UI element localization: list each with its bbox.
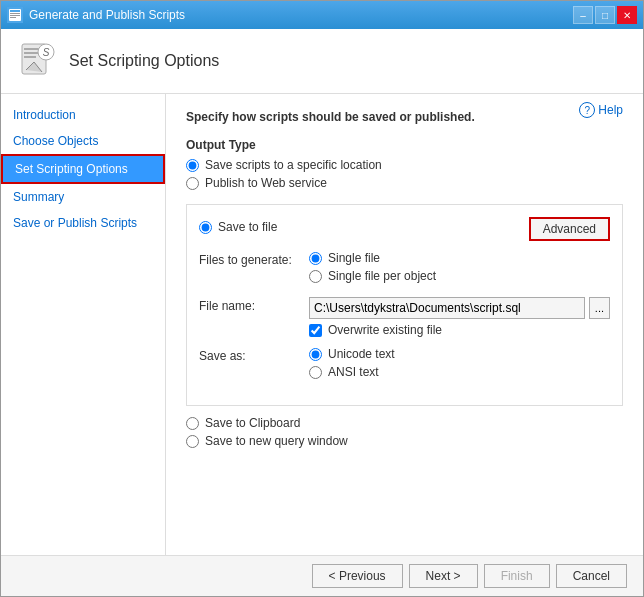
header-icon: S bbox=[17, 41, 57, 81]
svg-rect-3 bbox=[10, 15, 20, 16]
dialog-footer: < Previous Next > Finish Cancel bbox=[1, 555, 643, 596]
svg-rect-4 bbox=[10, 17, 16, 18]
save-as-controls: Unicode text ANSI text bbox=[309, 347, 610, 383]
output-type-group: Output Type Save scripts to a specific l… bbox=[186, 138, 623, 190]
dialog-body: Introduction Choose Objects Set Scriptin… bbox=[1, 94, 643, 555]
browse-button[interactable]: ... bbox=[589, 297, 610, 319]
maximize-button[interactable]: □ bbox=[595, 6, 615, 24]
app-icon bbox=[7, 7, 23, 23]
save-to-file-section: Save to file Advanced Files to generate:… bbox=[186, 204, 623, 406]
sidebar: Introduction Choose Objects Set Scriptin… bbox=[1, 94, 166, 555]
svg-rect-2 bbox=[10, 13, 20, 14]
save-to-file-header: Save to file Advanced bbox=[199, 217, 610, 241]
window-title: Generate and Publish Scripts bbox=[29, 8, 185, 22]
help-icon: ? bbox=[579, 102, 595, 118]
sidebar-item-summary[interactable]: Summary bbox=[1, 184, 165, 210]
svg-rect-6 bbox=[24, 48, 40, 50]
close-button[interactable]: ✕ bbox=[617, 6, 637, 24]
svg-rect-8 bbox=[24, 56, 36, 58]
window: Generate and Publish Scripts – □ ✕ S Set… bbox=[0, 0, 644, 597]
files-to-generate-row: Files to generate: Single file Single fi… bbox=[199, 251, 610, 287]
previous-button[interactable]: < Previous bbox=[312, 564, 403, 588]
files-to-generate-controls: Single file Single file per object bbox=[309, 251, 610, 287]
save-as-label: Save as: bbox=[199, 347, 309, 363]
radio-query-window[interactable]: Save to new query window bbox=[186, 434, 623, 448]
radio-ansi[interactable]: ANSI text bbox=[309, 365, 610, 379]
radio-save-location[interactable]: Save scripts to a specific location bbox=[186, 158, 623, 172]
svg-text:S: S bbox=[43, 47, 50, 58]
sidebar-item-save-or-publish[interactable]: Save or Publish Scripts bbox=[1, 210, 165, 236]
radio-single-file-per-object[interactable]: Single file per object bbox=[309, 269, 610, 283]
dialog-title: Set Scripting Options bbox=[69, 52, 219, 70]
file-name-label: File name: bbox=[199, 297, 309, 313]
radio-publish-web[interactable]: Publish to Web service bbox=[186, 176, 623, 190]
sidebar-item-introduction[interactable]: Introduction bbox=[1, 102, 165, 128]
cancel-button[interactable]: Cancel bbox=[556, 564, 627, 588]
radio-unicode[interactable]: Unicode text bbox=[309, 347, 610, 361]
file-name-row: File name: ... Overwrite existing file bbox=[199, 297, 610, 337]
save-as-row: Save as: Unicode text ANSI text bbox=[199, 347, 610, 383]
sidebar-item-choose-objects[interactable]: Choose Objects bbox=[1, 128, 165, 154]
files-to-generate-label: Files to generate: bbox=[199, 251, 309, 267]
radio-single-file[interactable]: Single file bbox=[309, 251, 610, 265]
sidebar-item-set-scripting-options[interactable]: Set Scripting Options bbox=[1, 154, 165, 184]
output-type-label: Output Type bbox=[186, 138, 623, 152]
other-options-group: Save to Clipboard Save to new query wind… bbox=[186, 416, 623, 448]
help-link[interactable]: ? Help bbox=[579, 102, 623, 118]
minimize-button[interactable]: – bbox=[573, 6, 593, 24]
content-description: Specify how scripts should be saved or p… bbox=[186, 110, 623, 124]
file-name-controls: ... Overwrite existing file bbox=[309, 297, 610, 337]
file-name-input[interactable] bbox=[309, 297, 585, 319]
next-button[interactable]: Next > bbox=[409, 564, 478, 588]
overwrite-row[interactable]: Overwrite existing file bbox=[309, 323, 610, 337]
title-bar: Generate and Publish Scripts – □ ✕ bbox=[1, 1, 643, 29]
svg-rect-1 bbox=[10, 10, 20, 12]
main-content: ? Help Specify how scripts should be sav… bbox=[166, 94, 643, 555]
dialog-header: S Set Scripting Options bbox=[1, 29, 643, 94]
radio-clipboard[interactable]: Save to Clipboard bbox=[186, 416, 623, 430]
radio-save-to-file[interactable]: Save to file bbox=[199, 220, 277, 234]
advanced-button[interactable]: Advanced bbox=[529, 217, 610, 241]
finish-button[interactable]: Finish bbox=[484, 564, 550, 588]
